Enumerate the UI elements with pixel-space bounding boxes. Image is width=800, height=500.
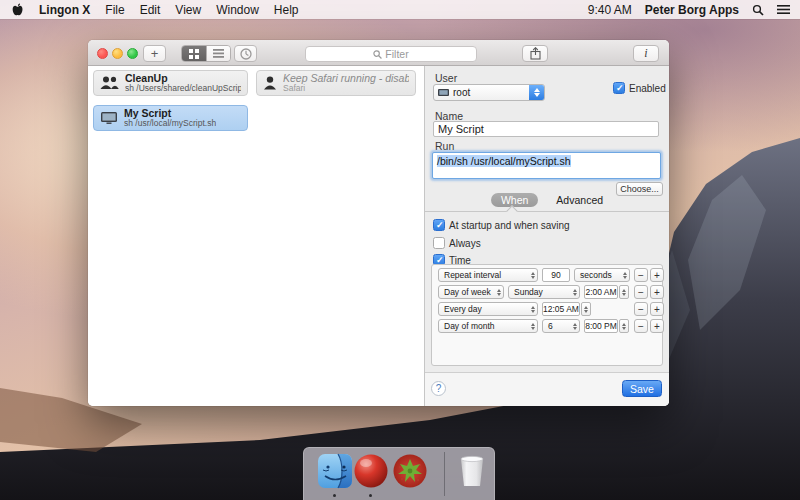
remove-rule-button[interactable]: −	[634, 319, 648, 333]
running-indicator	[369, 494, 372, 497]
rule-type-popup[interactable]: Day of week	[438, 285, 504, 299]
menu-bar: Lingon X File Edit View Window Help 9:40…	[0, 0, 800, 19]
window-toolbar: + Filter i	[88, 40, 669, 66]
interval-unit-popup[interactable]: seconds	[574, 268, 630, 282]
notification-center-icon[interactable]	[777, 4, 790, 15]
trash-icon[interactable]	[454, 453, 490, 489]
view-mode-segmented-control	[181, 45, 231, 62]
dock-divider	[444, 452, 445, 496]
add-rule-button[interactable]: +	[650, 285, 664, 299]
time-stepper[interactable]	[581, 302, 591, 316]
grid-view-icon[interactable]	[182, 46, 206, 61]
help-button[interactable]: ?	[431, 381, 446, 396]
time-stepper[interactable]	[619, 319, 629, 333]
apple-menu-icon[interactable]	[12, 3, 24, 17]
tab-when[interactable]: When	[491, 193, 538, 207]
popup-updown-icon	[529, 85, 544, 100]
app-menu-title[interactable]: Lingon X	[39, 3, 90, 17]
time-stepper[interactable]	[619, 285, 629, 299]
lingon-ball-icon[interactable]	[353, 453, 389, 489]
users-icon	[100, 76, 119, 90]
finder-icon[interactable]	[317, 453, 353, 489]
weekday-popup[interactable]: Sunday	[508, 285, 580, 299]
add-rule-button[interactable]: +	[650, 319, 664, 333]
tab-notch	[506, 205, 517, 216]
time-rule-row: Repeat interval 90 seconds − +	[432, 268, 662, 282]
magnifier-icon	[373, 50, 382, 59]
menu-clock[interactable]: 9:40 AM	[588, 3, 632, 17]
computer-icon	[100, 111, 118, 125]
remove-rule-button[interactable]: −	[634, 302, 648, 316]
spotlight-search-icon[interactable]	[752, 4, 764, 16]
user-popup-value: root	[453, 87, 470, 98]
user-label: User	[435, 72, 457, 84]
always-checkbox[interactable]	[433, 237, 445, 249]
share-icon	[530, 47, 541, 60]
save-button[interactable]: Save	[622, 380, 662, 397]
job-subtitle: sh /Users/shared/cleanUpScript.sh	[125, 84, 241, 93]
name-input[interactable]: My Script	[433, 121, 659, 137]
run-label: Run	[435, 140, 454, 152]
job-subtitle: Safari	[283, 84, 409, 93]
time-value-field[interactable]: 12:05 AM	[542, 302, 580, 316]
job-detail-panel: User root Enabled Name My Script Run /bi…	[425, 66, 669, 406]
remove-rule-button[interactable]: −	[634, 285, 648, 299]
add-rule-button[interactable]: +	[650, 302, 664, 316]
section-divider	[425, 211, 669, 212]
lingon-berry-icon[interactable]	[392, 453, 428, 489]
when-advanced-tabs: When Advanced	[425, 193, 669, 207]
job-item-keep-safari[interactable]: Keep Safari running - disabled Safari	[256, 70, 416, 96]
always-label: Always	[449, 238, 481, 249]
user-icon	[263, 76, 277, 90]
enabled-checkbox[interactable]	[613, 82, 625, 94]
run-input[interactable]: /bin/sh /usr/local/myScript.sh	[432, 152, 661, 179]
enabled-label: Enabled	[629, 83, 666, 94]
share-button[interactable]	[522, 45, 548, 62]
menu-view[interactable]: View	[175, 3, 201, 17]
remove-rule-button[interactable]: −	[634, 268, 648, 282]
running-indicator	[333, 494, 336, 497]
rule-type-popup[interactable]: Day of month	[438, 319, 538, 333]
rule-type-popup[interactable]: Repeat interval	[438, 268, 538, 282]
job-item-cleanup[interactable]: CleanUp sh /Users/shared/cleanUpScript.s…	[93, 70, 248, 96]
schedule-view-icon[interactable]	[234, 45, 257, 62]
day-of-month-popup[interactable]: 6	[542, 319, 580, 333]
job-item-my-script[interactable]: My Script sh /usr/local/myScript.sh	[93, 105, 248, 131]
job-subtitle: sh /usr/local/myScript.sh	[124, 119, 216, 128]
add-rule-button[interactable]: +	[650, 268, 664, 282]
menu-account[interactable]: Peter Borg Apps	[645, 3, 739, 17]
filter-search-input[interactable]: Filter	[305, 46, 477, 62]
interval-value-field[interactable]: 90	[542, 268, 570, 282]
filter-placeholder: Filter	[385, 48, 408, 60]
time-rules-box: Repeat interval 90 seconds − + Day of we…	[431, 264, 663, 366]
menu-window[interactable]: Window	[216, 3, 259, 17]
startup-checkbox[interactable]	[433, 219, 445, 231]
tab-advanced[interactable]: Advanced	[556, 194, 603, 206]
user-popup[interactable]: root	[433, 84, 545, 101]
job-list-panel: CleanUp sh /Users/shared/cleanUpScript.s…	[88, 66, 425, 406]
run-selected-text: /bin/sh /usr/local/myScript.sh	[437, 155, 571, 167]
close-window-button[interactable]	[97, 48, 108, 59]
time-rule-row: Day of week Sunday 2:00 AM − +	[432, 285, 662, 299]
time-value-field[interactable]: 8:00 PM	[584, 319, 618, 333]
rule-type-popup[interactable]: Every day	[438, 302, 538, 316]
list-view-icon[interactable]	[206, 46, 230, 61]
dock	[303, 447, 495, 500]
zoom-window-button[interactable]	[127, 48, 138, 59]
detail-footer: ? Save	[425, 372, 669, 406]
menu-help[interactable]: Help	[274, 3, 299, 17]
time-value-field[interactable]: 2:00 AM	[584, 285, 618, 299]
app-window: + Filter i	[88, 40, 669, 406]
computer-mini-icon	[438, 89, 449, 97]
time-rule-row: Every day 12:05 AM − +	[432, 302, 662, 316]
startup-label: At startup and when saving	[449, 220, 570, 231]
info-button[interactable]: i	[633, 45, 659, 62]
time-rule-row: Day of month 6 8:00 PM − +	[432, 319, 662, 333]
add-job-button[interactable]: +	[143, 45, 166, 62]
menu-file[interactable]: File	[105, 3, 124, 17]
menu-edit[interactable]: Edit	[140, 3, 161, 17]
desktop: Lingon X File Edit View Window Help 9:40…	[0, 0, 800, 500]
minimize-window-button[interactable]	[112, 48, 123, 59]
